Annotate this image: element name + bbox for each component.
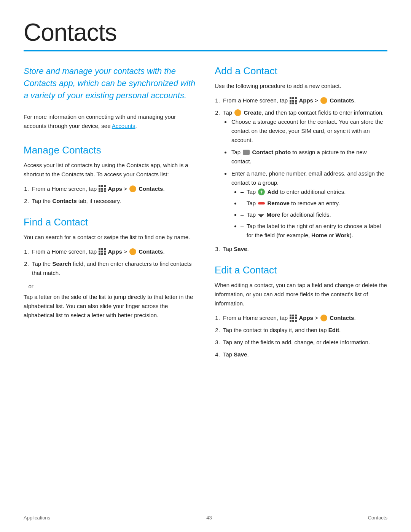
edit-step-4: Tap Save. (221, 350, 387, 359)
edit-step-1: From a Home screen, tap Apps > Contacts. (221, 313, 387, 323)
add-step-3: Tap Save. (221, 244, 387, 254)
apps-grid-icon-2 (99, 248, 106, 255)
manage-contacts-steps: From a Home screen, tap Apps > Contacts.… (30, 184, 196, 206)
dash-add: Tap + Add to enter additional entries. (241, 187, 387, 197)
title-divider (24, 50, 387, 51)
bullet-photo: Tap Contact photo to assign a picture to… (231, 148, 387, 166)
dash-remove: Tap Remove to remove an entry. (241, 199, 387, 208)
intro-italic: Store and manage your contacts with the … (24, 65, 196, 102)
contacts-icon-4 (320, 315, 327, 321)
add-contact-steps: From a Home screen, tap Apps > Contacts.… (221, 96, 387, 254)
more-icon (258, 214, 264, 217)
edit-step-2: Tap the contact to display it, and then … (221, 326, 387, 335)
footer-right: Contacts (368, 515, 387, 521)
contacts-icon-2 (129, 248, 136, 255)
camera-icon (243, 150, 250, 155)
edit-contact-steps: From a Home screen, tap Apps > Contacts.… (221, 313, 387, 359)
page-title: Contacts (24, 18, 387, 46)
add-contact-dashes: Tap + Add to enter additional entries. T… (241, 187, 387, 240)
add-contact-heading: Add a Contact (215, 65, 387, 77)
footer-left: Applications (24, 515, 50, 521)
apps-grid-icon-3 (290, 97, 297, 104)
edit-contact-heading: Edit a Contact (215, 264, 387, 276)
apps-grid-icon (99, 185, 106, 192)
create-icon (234, 109, 241, 116)
edit-step-3: Tap any of the fields to add, change, or… (221, 338, 387, 347)
add-step-1: From a Home screen, tap Apps > Contacts. (221, 96, 387, 105)
dash-more: Tap More for additional fields. (241, 210, 387, 219)
edit-contact-body: When editing a contact, you can tap a fi… (215, 281, 387, 308)
contacts-icon-1 (129, 185, 136, 192)
bullet-name: Enter a name, phone number, email addres… (231, 169, 387, 240)
find-contact-heading: Find a Contact (24, 216, 196, 228)
page-footer: Applications 43 Contacts (0, 515, 411, 521)
find-step-1: From a Home screen, tap Apps > Contacts. (30, 247, 196, 256)
find-contact-or-body: Tap a letter on the side of the list to … (24, 292, 196, 320)
accounts-link[interactable]: Accounts (112, 123, 135, 129)
add-contact-bullets: Choose a storage account for the contact… (231, 117, 387, 240)
find-contact-steps: From a Home screen, tap Apps > Contacts.… (30, 247, 196, 278)
find-contact-body: You can search for a contact or swipe th… (24, 233, 196, 242)
apps-grid-icon-4 (290, 315, 297, 322)
add-step-2: Tap Create, and then tap contact fields … (221, 108, 387, 240)
minus-icon (258, 202, 265, 204)
dash-label: Tap the label to the right of an entry t… (241, 222, 387, 240)
footer-center: 43 (206, 515, 212, 521)
or-separator: – or – (24, 283, 196, 289)
add-contact-body: Use the following procedure to add a new… (215, 81, 387, 91)
plus-icon: + (258, 189, 265, 195)
intro-body: For more information on connecting with … (24, 112, 196, 131)
find-step-2: Tap the Search field, and then enter cha… (30, 259, 196, 278)
bullet-storage: Choose a storage account for the contact… (231, 117, 387, 145)
manage-contacts-body: Access your list of contacts by using th… (24, 161, 196, 179)
manage-contacts-heading: Manage Contacts (24, 144, 196, 156)
manage-step-2: Tap the Contacts tab, if necessary. (30, 197, 196, 206)
contacts-icon-3 (320, 97, 327, 104)
manage-step-1: From a Home screen, tap Apps > Contacts. (30, 184, 196, 193)
